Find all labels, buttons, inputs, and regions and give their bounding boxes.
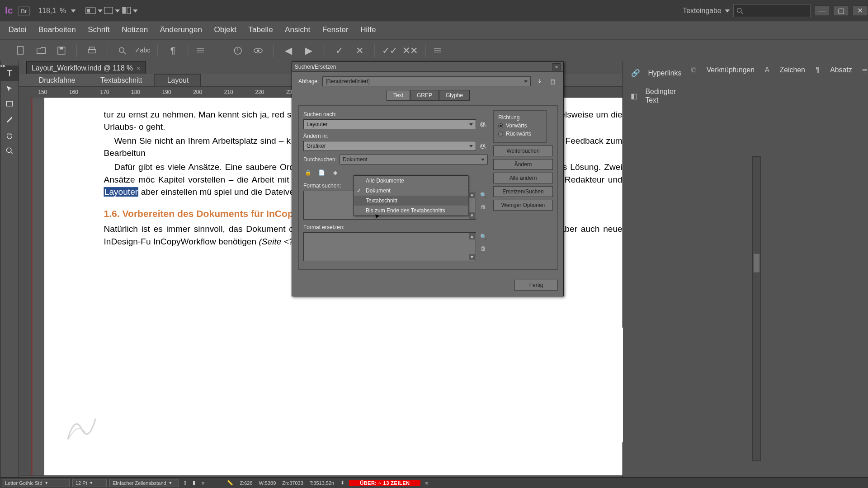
document-tab[interactable]: Layout_Workflow.indd @ 118 % ×: [26, 61, 146, 74]
checkout-button[interactable]: [229, 42, 247, 59]
arrange-button[interactable]: [121, 4, 139, 18]
find-next-button[interactable]: Weitersuchen: [493, 145, 553, 156]
menu-aenderungen[interactable]: Änderungen: [154, 21, 208, 39]
eyedropper-tool[interactable]: [0, 112, 19, 127]
status-menu-1[interactable]: ≡: [200, 480, 206, 486]
close-tab-button[interactable]: ×: [137, 64, 140, 71]
panel-links[interactable]: ⧉Verknüpfungen: [681, 61, 755, 79]
menu-datei[interactable]: Datei: [2, 21, 32, 39]
help-search-input[interactable]: [733, 4, 811, 17]
save-query-button[interactable]: [534, 77, 544, 86]
search-scope-combo[interactable]: Dokument: [340, 155, 488, 164]
change-format-label: Format ersetzen:: [303, 224, 488, 230]
delete-query-button[interactable]: [548, 77, 558, 86]
reject-change-button[interactable]: ✕: [350, 42, 368, 59]
special-chars-change-button[interactable]: @,: [479, 143, 488, 149]
status-font-field[interactable]: Letter Gothic Std▾: [2, 479, 70, 487]
specify-change-format-button[interactable]: 🔍: [479, 232, 488, 241]
tab-text[interactable]: Text: [387, 90, 410, 101]
status-columns-icon-2[interactable]: ▮: [191, 480, 197, 486]
menu-notizen[interactable]: Notizen: [116, 21, 154, 39]
panel-paragraph[interactable]: ¶Absatz: [805, 61, 852, 79]
save-button[interactable]: [52, 42, 71, 59]
note-tool[interactable]: [0, 97, 19, 112]
window-close-button[interactable]: ✕: [853, 5, 868, 16]
zoom-level-field[interactable]: 118,1%: [34, 7, 79, 15]
menu-ansicht[interactable]: Ansicht: [279, 21, 316, 39]
show-hidden-chars-button[interactable]: ¶: [164, 42, 182, 59]
scroll-up-button[interactable]: ▲: [469, 192, 475, 198]
scroll-down-button[interactable]: ▼: [469, 212, 475, 219]
bridge-button[interactable]: Br: [18, 6, 30, 15]
view-tab-textabschnitt[interactable]: Textabschnitt: [88, 74, 155, 87]
scroll-down-button[interactable]: ▼: [469, 254, 475, 260]
prev-change-button[interactable]: ◀: [279, 42, 297, 59]
scope-option-story[interactable]: Textabschnitt: [354, 196, 468, 206]
done-button[interactable]: Fertig: [514, 280, 558, 291]
view-mode-button[interactable]: [85, 4, 103, 18]
scope-option-to-end[interactable]: Bis zum Ende des Textabschnitts: [354, 206, 468, 216]
scope-option-document[interactable]: ✓Dokument: [354, 186, 468, 196]
query-combo[interactable]: [Benutzerdefiniert]: [322, 76, 531, 86]
view-tab-layout[interactable]: Layout: [155, 74, 201, 87]
change-button[interactable]: Ändern: [493, 159, 553, 170]
reject-all-button[interactable]: ✕✕: [401, 42, 419, 59]
status-size-field[interactable]: 12 Pt▾: [72, 479, 107, 487]
dialog-close-button[interactable]: ×: [552, 63, 561, 70]
menu-objekt[interactable]: Objekt: [208, 21, 242, 39]
scroll-up-button[interactable]: ▲: [469, 233, 475, 239]
status-menu-2[interactable]: ≡: [423, 480, 429, 486]
direction-backward-radio[interactable]: Rückwärts: [498, 131, 542, 137]
change-all-button[interactable]: Alle ändern: [493, 173, 553, 183]
zoom-tool[interactable]: [0, 143, 19, 158]
change-format-box[interactable]: ▲ ▼: [303, 232, 476, 261]
window-maximize-button[interactable]: ▢: [834, 5, 849, 16]
include-hidden-layers-icon[interactable]: ◆: [330, 168, 340, 177]
specify-find-format-button[interactable]: 🔍: [479, 191, 488, 200]
left-expand-strip[interactable]: ▸▸: [0, 61, 0, 488]
fewer-options-button[interactable]: Weniger Optionen: [493, 200, 553, 211]
menu-bearbeiten[interactable]: Bearbeiten: [33, 21, 82, 39]
hand-tool[interactable]: [0, 127, 19, 143]
include-locked-stories-icon[interactable]: 📄: [317, 168, 326, 177]
dialog-titlebar[interactable]: Suchen/Ersetzen ×: [292, 62, 563, 72]
print-button[interactable]: [83, 42, 101, 59]
status-columns-icon[interactable]: ▯: [182, 480, 188, 486]
panel-conditional-text[interactable]: ◧Bedingter Text: [623, 87, 681, 105]
window-minimize-button[interactable]: —: [814, 5, 830, 16]
view-tab-druckfahne[interactable]: Druckfahne: [26, 74, 88, 87]
open-button[interactable]: [32, 42, 50, 59]
clear-change-format-button[interactable]: 🗑: [479, 244, 488, 253]
next-change-button[interactable]: ▶: [300, 42, 318, 59]
vertical-scrollbar[interactable]: [752, 156, 760, 461]
change-to-field[interactable]: Grafiker: [303, 141, 476, 151]
preview-button[interactable]: [249, 42, 267, 59]
panel-hyperlinks[interactable]: 🔗Hyperlinks: [623, 64, 681, 82]
accept-change-button[interactable]: ✓: [330, 42, 349, 59]
clear-find-format-button[interactable]: 🗑: [479, 202, 488, 211]
menu-tabelle[interactable]: Tabelle: [242, 21, 279, 39]
direction-forward-radio[interactable]: Vorwärts: [498, 122, 542, 129]
panel-character[interactable]: AZeichen: [755, 61, 805, 79]
search-button[interactable]: [113, 42, 132, 59]
find-what-field[interactable]: Layouter: [303, 119, 476, 129]
accept-all-button[interactable]: ✓✓: [381, 42, 399, 59]
panel-menu-button-1[interactable]: [194, 42, 206, 59]
panel-menu-button-2[interactable]: [432, 42, 443, 59]
include-locked-layers-icon[interactable]: 🔒: [303, 168, 312, 177]
spellcheck-button[interactable]: ✓abc: [133, 42, 151, 59]
panel-thesaurus[interactable]: ≣Thesaurus: [852, 61, 868, 79]
menu-hilfe[interactable]: Hilfe: [354, 21, 382, 39]
screen-mode-button[interactable]: [103, 4, 121, 18]
tab-glyph[interactable]: Glyphe: [439, 90, 470, 101]
tab-grep[interactable]: GREP: [410, 90, 439, 101]
new-button[interactable]: [12, 42, 30, 59]
workspace-switcher[interactable]: Texteingabe: [679, 7, 733, 15]
menu-schrift[interactable]: Schrift: [82, 21, 116, 39]
selection-tool[interactable]: [0, 81, 19, 96]
special-chars-find-button[interactable]: @,: [479, 121, 488, 127]
change-find-button[interactable]: Ersetzen/Suchen: [493, 186, 553, 197]
scope-option-all-documents[interactable]: Alle Dokumente: [354, 176, 468, 186]
menu-fenster[interactable]: Fenster: [316, 21, 354, 39]
status-leading-field[interactable]: Einfacher Zeilenabstand▾: [109, 479, 179, 487]
